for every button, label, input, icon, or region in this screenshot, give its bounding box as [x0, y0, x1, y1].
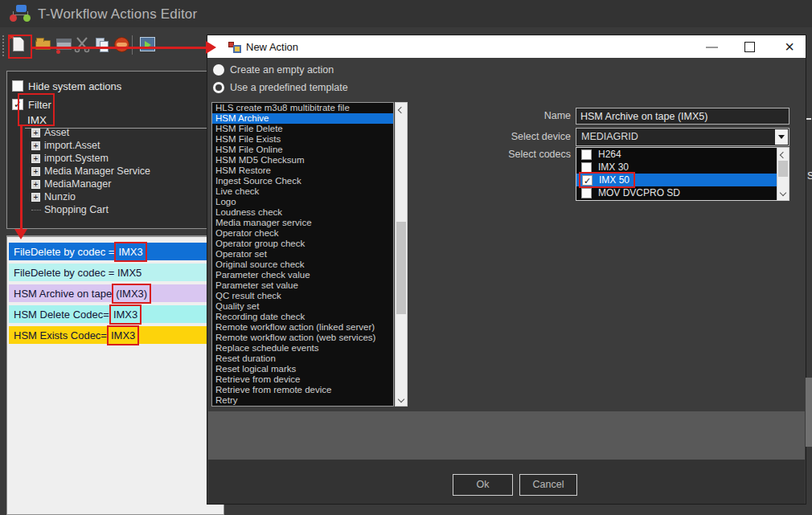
codec-scroll-down-button[interactable] [777, 188, 789, 199]
background-edge-block [806, 378, 812, 447]
expand-plus-icon[interactable]: + [31, 180, 40, 189]
template-item[interactable]: Retry [212, 395, 393, 406]
template-item[interactable]: Quality set [212, 301, 393, 312]
template-item[interactable]: Operator check [212, 228, 393, 239]
expand-plus-icon[interactable]: + [31, 129, 40, 137]
template-item[interactable]: QC result check [212, 291, 393, 301]
run-window-icon [140, 37, 155, 51]
template-item[interactable]: Parameter check value [212, 270, 393, 280]
template-item[interactable]: Logo [212, 197, 393, 207]
codec-label: H264 [598, 149, 621, 160]
chevron-up-icon [780, 151, 786, 157]
radio-create-empty[interactable] [213, 64, 224, 76]
codec-scrollbar[interactable] [777, 148, 789, 200]
expand-plus-icon[interactable]: + [31, 141, 40, 150]
device-combo[interactable]: MEDIAGRID [576, 128, 789, 146]
maximize-button[interactable] [744, 42, 755, 52]
codec-row[interactable]: H264 [576, 148, 789, 161]
tree-item[interactable]: +Nunzio [31, 190, 223, 203]
annotation-arrow-line [32, 47, 207, 49]
codec-scroll-up-button[interactable] [777, 148, 789, 159]
app-logo-icon [10, 5, 32, 22]
codec-row[interactable]: MOV DVCPRO SD [576, 186, 789, 199]
app-title: T-Workflow Actions Editor [38, 6, 197, 22]
codec-checkbox[interactable] [581, 149, 592, 160]
run-button[interactable] [138, 35, 158, 55]
tree-item-label: Media Manager Service [44, 166, 150, 177]
template-item[interactable]: Ingest Source Check [212, 176, 393, 186]
cancel-button[interactable]: Cancel [519, 474, 577, 496]
tree-item[interactable]: Shopping Cart [31, 203, 223, 216]
template-item[interactable]: Operator set [212, 249, 393, 260]
template-item[interactable]: Remote workflow action (web services) [212, 333, 393, 343]
device-dropdown-button[interactable] [775, 129, 788, 145]
codec-row[interactable]: ✓IMX 50 [576, 174, 789, 186]
dialog-form-icon [228, 40, 241, 53]
template-item[interactable]: Remote workflow action (linked server) [212, 322, 393, 333]
template-item[interactable]: Recording date check [212, 312, 393, 322]
radio-use-template[interactable] [213, 82, 224, 93]
action-list-item[interactable]: HSM Archive on tape (IMX3) [9, 284, 221, 302]
cut-button[interactable] [74, 35, 93, 55]
template-scrollbar[interactable] [395, 102, 408, 407]
background-edge-dash [806, 118, 811, 120]
expand-plus-icon[interactable]: + [31, 193, 40, 202]
tree-item[interactable]: +Media Manager Service [31, 165, 223, 178]
template-item[interactable]: Media manager service [212, 218, 393, 228]
action-list-item[interactable]: HSM Delete Codec=IMX3 [9, 305, 221, 323]
scroll-up-button[interactable] [396, 103, 407, 114]
tree-item-label: import.Asset [44, 140, 100, 151]
template-item[interactable]: Loudness check [212, 207, 393, 218]
action-list-item[interactable]: FileDelete by codec = IMX5 [9, 264, 221, 281]
app-root: T-Workflow Actions Editor * [0, 0, 812, 515]
description-panel [208, 411, 805, 460]
copy-button[interactable] [93, 35, 113, 55]
scroll-down-button[interactable] [396, 394, 407, 406]
tree-connector [31, 210, 41, 210]
scissors-icon [74, 35, 92, 54]
record-dot-icon [56, 50, 60, 54]
tree-item[interactable]: +import.System [31, 152, 223, 165]
template-item[interactable]: Operator group check [212, 239, 393, 249]
template-item[interactable]: Reset logical marks [212, 364, 393, 374]
name-input[interactable] [576, 108, 789, 125]
toolbar-grip[interactable] [2, 35, 5, 56]
expand-plus-icon[interactable]: + [31, 154, 40, 163]
template-item[interactable]: Retrieve from remote device [212, 385, 393, 395]
expand-plus-icon[interactable]: + [31, 167, 40, 176]
chevron-down-icon [780, 189, 786, 195]
action-list-item[interactable]: FileDelete by codec = IMX3 [9, 243, 221, 260]
template-item[interactable]: Retrieve from device [212, 374, 393, 385]
template-item[interactable]: Live check [212, 186, 393, 197]
template-item[interactable]: Parameter set value [212, 280, 393, 291]
export-button[interactable] [55, 35, 74, 55]
codec-checkbox[interactable] [581, 162, 592, 173]
template-item[interactable]: HLS create m3u8 multibitrate file [212, 103, 393, 113]
annotation-box-codec-text: IMX3 [107, 325, 139, 345]
tree-item[interactable]: +Asset [31, 126, 223, 139]
action-list-item[interactable]: HSM Exists Codec=IMX3 [9, 326, 221, 344]
template-item[interactable]: Replace schedule events [212, 343, 393, 354]
tree-item[interactable]: +MediaManager [31, 178, 223, 190]
template-item[interactable]: Original source check [212, 260, 393, 270]
ok-button[interactable]: Ok [453, 474, 513, 496]
scroll-thumb[interactable] [396, 222, 406, 314]
template-item[interactable]: HSM MD5 Checksum [212, 155, 393, 166]
codec-scroll-thumb[interactable] [778, 161, 788, 177]
template-item[interactable]: HSM Restore [212, 166, 393, 176]
codec-list: H264IMX 30✓IMX 50MOV DVCPRO SD [576, 147, 789, 201]
open-button[interactable] [34, 35, 53, 55]
service-button[interactable] [113, 35, 132, 55]
template-item[interactable]: HSM File Online [212, 145, 393, 155]
template-item[interactable]: HSM Archive [212, 113, 393, 124]
minimize-button[interactable] [706, 47, 718, 48]
tree-item[interactable]: +import.Asset [31, 139, 223, 152]
template-item[interactable]: HSM File Exists [212, 134, 393, 145]
codec-checkbox[interactable] [581, 188, 592, 198]
codec-checkbox[interactable]: ✓ [582, 175, 593, 186]
annotation-box-codec-text: IMX3 [109, 305, 141, 325]
template-item[interactable]: Reset duration [212, 354, 393, 364]
template-item[interactable]: HSM File Delete [212, 124, 393, 134]
close-button[interactable]: × [780, 36, 799, 57]
hide-system-actions-checkbox[interactable] [12, 80, 23, 92]
